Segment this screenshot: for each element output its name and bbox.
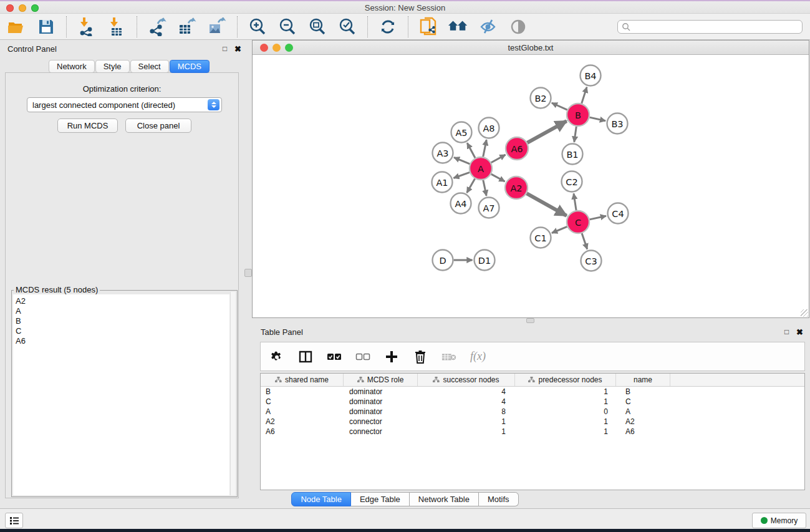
search-box[interactable] [617, 20, 803, 34]
tab-motifs[interactable]: Motifs [479, 492, 519, 506]
column-header-mcds-role[interactable]: MCDS role [344, 374, 418, 386]
cell-shared-name[interactable]: B [261, 387, 344, 397]
cell-name[interactable]: C [616, 397, 670, 407]
cell-predecessor-nodes[interactable]: 1 [515, 427, 616, 437]
import-table-icon[interactable] [107, 17, 127, 37]
delete-column-trash-icon[interactable] [413, 349, 428, 364]
cell-predecessor-nodes[interactable]: 1 [515, 417, 616, 427]
cell-successor-nodes[interactable]: 4 [418, 387, 515, 397]
tab-select[interactable]: Select [130, 60, 169, 73]
table-row[interactable]: A2 connector 1 1 A2 [261, 417, 804, 427]
criterion-dropdown[interactable]: largest connected component (directed) [27, 97, 222, 112]
graph-edge-B-B4[interactable] [582, 87, 587, 104]
cell-successor-nodes[interactable]: 1 [418, 427, 515, 437]
cell-name[interactable]: A6 [616, 427, 670, 437]
zoom-selected-icon[interactable] [337, 17, 357, 37]
zoom-in-icon[interactable] [248, 17, 268, 37]
show-graphics-details-icon[interactable] [508, 17, 528, 37]
delete-table-icon[interactable] [441, 349, 456, 364]
import-network-icon[interactable] [77, 17, 97, 37]
search-input[interactable] [630, 22, 798, 31]
cell-predecessor-nodes[interactable]: 1 [515, 397, 616, 407]
graph-edge-A-A1[interactable] [453, 172, 470, 178]
cell-mcds-role[interactable]: dominator [344, 407, 418, 417]
memory-button[interactable]: Memory [752, 513, 806, 528]
cell-successor-nodes[interactable]: 1 [418, 417, 515, 427]
cell-predecessor-nodes[interactable]: 1 [515, 387, 616, 397]
hide-graphics-details-icon[interactable] [478, 17, 498, 37]
cell-shared-name[interactable]: C [261, 397, 344, 407]
list-item[interactable]: A [16, 306, 229, 316]
export-image-icon[interactable] [207, 17, 227, 37]
graph-edge-C-C1[interactable] [552, 226, 567, 233]
cell-mcds-role[interactable]: connector [344, 427, 418, 437]
graph-edge-A-A2[interactable] [491, 174, 505, 181]
list-item[interactable]: A2 [16, 296, 229, 306]
table-row[interactable]: C dominator 4 1 C [261, 397, 804, 407]
run-mcds-button[interactable]: Run MCDS [57, 118, 118, 133]
table-row[interactable]: B dominator 4 1 B [261, 387, 804, 397]
tab-network-table[interactable]: Network Table [410, 492, 479, 506]
network-window-titlebar[interactable]: testGlobe.txt [253, 41, 809, 55]
cell-successor-nodes[interactable]: 4 [418, 397, 515, 407]
vertical-split-gripper[interactable] [244, 269, 252, 277]
table-panel-close-icon[interactable]: ✖ [796, 327, 803, 337]
column-header-shared-name[interactable]: shared name [261, 374, 344, 386]
zoom-out-icon[interactable] [277, 17, 297, 37]
graph-edge-A-A7[interactable] [483, 180, 486, 196]
graph-edge-B-B3[interactable] [590, 117, 606, 121]
tab-mcds[interactable]: MCDS [170, 60, 210, 73]
tab-network[interactable]: Network [49, 60, 95, 73]
save-session-icon[interactable] [36, 17, 56, 37]
cell-predecessor-nodes[interactable]: 0 [515, 407, 616, 417]
task-history-button[interactable] [5, 513, 23, 528]
graph-edge-C-C3[interactable] [582, 233, 587, 249]
list-item[interactable]: A6 [16, 336, 229, 346]
cell-successor-nodes[interactable]: 8 [418, 407, 515, 417]
column-header-predecessor-nodes[interactable]: predecessor nodes [515, 374, 616, 386]
tab-edge-table[interactable]: Edge Table [351, 492, 410, 506]
function-builder-fx-icon[interactable]: f(x) [470, 350, 486, 363]
cell-mcds-role[interactable]: dominator [344, 387, 418, 397]
graph-edge-A-A4[interactable] [467, 179, 475, 193]
resize-corner-handle[interactable] [801, 309, 808, 317]
cell-name[interactable]: A [616, 407, 670, 417]
open-file-icon[interactable] [6, 17, 26, 37]
graph-edge-A2-C[interactable] [527, 193, 567, 216]
graph-edge-B-B2[interactable] [552, 103, 567, 110]
table-row[interactable]: A dominator 8 0 A [261, 407, 804, 417]
graph-edge-C-C2[interactable] [574, 193, 576, 210]
graph-edge-A-A6[interactable] [491, 155, 506, 163]
cell-shared-name[interactable]: A2 [261, 417, 344, 427]
deselect-all-icon[interactable] [355, 349, 370, 364]
refresh-layout-icon[interactable] [378, 17, 398, 37]
graph-edge-A-A5[interactable] [467, 143, 475, 158]
cell-shared-name[interactable]: A [261, 407, 344, 417]
table-row[interactable]: A6 connector 1 1 A6 [261, 427, 804, 437]
cell-mcds-role[interactable]: dominator [344, 397, 418, 407]
export-network-icon[interactable] [147, 17, 167, 37]
home-view-icon[interactable] [448, 17, 468, 37]
graph-edge-C-C4[interactable] [590, 216, 606, 220]
close-panel-button[interactable]: Close panel [125, 118, 191, 133]
graph-edge-B-B1[interactable] [574, 127, 577, 142]
clone-network-icon[interactable] [418, 17, 438, 37]
horizontal-split-gripper[interactable] [526, 318, 534, 323]
result-list-scrollbar[interactable] [230, 292, 236, 495]
tab-style[interactable]: Style [95, 60, 130, 73]
column-header-name[interactable]: name [616, 374, 670, 386]
select-all-icon[interactable] [327, 349, 342, 364]
list-item[interactable]: C [16, 326, 229, 336]
cell-shared-name[interactable]: A6 [261, 427, 344, 437]
show-columns-icon[interactable] [298, 349, 313, 364]
zoom-fit-icon[interactable] [307, 17, 327, 37]
table-panel-float-icon[interactable]: □ [784, 327, 789, 336]
column-header-successor-nodes[interactable]: successor nodes [418, 374, 515, 386]
graph-edge-A-A3[interactable] [454, 157, 470, 163]
tab-node-table[interactable]: Node Table [291, 492, 351, 506]
graph-edge-A6-B[interactable] [528, 121, 567, 143]
table-settings-gear-icon[interactable] [269, 349, 284, 364]
graph-edge-A-A8[interactable] [483, 140, 487, 157]
export-table-icon[interactable] [177, 17, 197, 37]
create-column-icon[interactable] [384, 349, 399, 364]
